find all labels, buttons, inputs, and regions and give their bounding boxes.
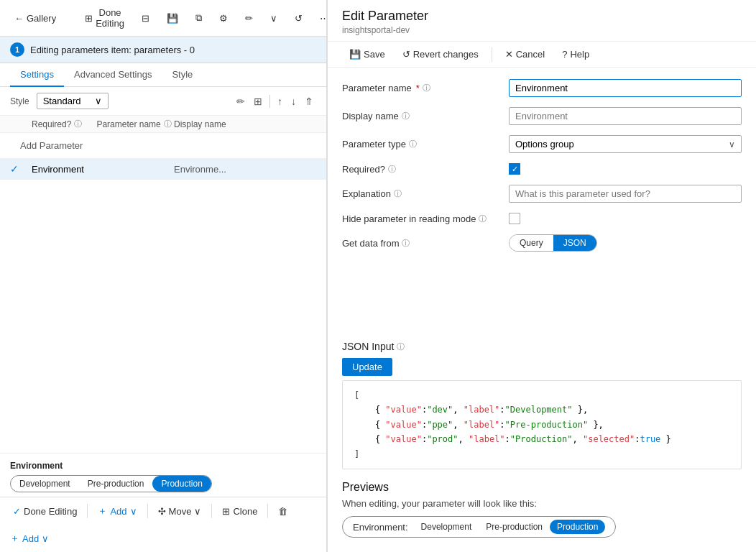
spacer xyxy=(0,180,326,453)
layout-button[interactable]: ⊟ xyxy=(136,10,155,27)
tab-style[interactable]: Style xyxy=(162,63,203,87)
get-data-label-text: Get data from xyxy=(342,238,399,249)
hide-reading-label: Hide parameter in reading mode ⓘ xyxy=(342,213,500,224)
cancel-icon: ✕ xyxy=(505,49,513,60)
bottom-clone-button[interactable]: ⊞ Clone xyxy=(216,503,263,520)
revert-button[interactable]: ↺ Revert changes xyxy=(395,46,486,63)
param-type-select[interactable]: Options group ∨ xyxy=(509,135,742,153)
style-value: Standard xyxy=(43,96,81,106)
required-row: Required? ⓘ ✓ xyxy=(342,163,742,175)
explanation-input[interactable] xyxy=(509,185,742,203)
display-name-label: Display name ⓘ xyxy=(342,111,500,121)
tab-advanced-settings[interactable]: Advanced Settings xyxy=(64,63,162,87)
table-row-0[interactable]: ✓ Environment Environme... xyxy=(0,159,326,180)
hide-reading-info-icon: ⓘ xyxy=(479,213,487,224)
check-icon-bottom: ✓ xyxy=(13,506,21,517)
param-type-value: Options group xyxy=(515,139,729,150)
param-name-label-text: Parameter name xyxy=(342,83,412,93)
refresh-button[interactable]: ↺ xyxy=(289,10,308,27)
get-data-json-button[interactable]: JSON xyxy=(553,235,596,251)
chevron-down-icon: ∨ xyxy=(270,13,277,24)
explanation-row: Explanation ⓘ xyxy=(342,185,742,203)
style-top-button[interactable]: ⇑ xyxy=(302,94,316,109)
th-required-info-icon: ⓘ xyxy=(74,119,82,129)
update-button[interactable]: Update xyxy=(342,358,392,376)
style-up-button[interactable]: ↑ xyxy=(275,94,285,109)
bottom-done-editing-label: Done Editing xyxy=(24,506,77,517)
env-option-development[interactable]: Development xyxy=(11,476,79,492)
param-type-label-text: Parameter type xyxy=(342,139,406,150)
get-data-query-button[interactable]: Query xyxy=(510,235,553,251)
copy-button[interactable]: ⧉ xyxy=(190,9,208,27)
json-title-info-icon: ⓘ xyxy=(397,341,405,352)
hide-reading-control xyxy=(509,213,742,224)
add-param-button[interactable]: Add Parameter xyxy=(10,136,93,155)
bottom-toolbar: ✓ Done Editing ＋ Add ∨ ✣ Move ∨ ⊞ Clone … xyxy=(0,497,326,525)
param-type-info-icon: ⓘ xyxy=(409,139,417,150)
bottom-done-editing-button[interactable]: ✓ Done Editing xyxy=(7,503,83,520)
param-name-input[interactable] xyxy=(509,79,742,97)
clone-icon: ⊞ xyxy=(222,506,230,517)
json-editor[interactable]: [ { "value":"dev", "label":"Development"… xyxy=(342,380,742,469)
save-button[interactable]: 💾 Save xyxy=(342,46,392,63)
save-label: Save xyxy=(364,49,385,60)
btm-sep-1 xyxy=(87,504,88,518)
display-name-input[interactable] xyxy=(509,107,742,125)
bottom-global-add-label: Add xyxy=(22,533,39,544)
done-editing-button[interactable]: ⊞ Done Editing xyxy=(79,4,130,32)
layout-icon: ⊟ xyxy=(142,13,149,24)
style-dropdown[interactable]: Standard ∨ xyxy=(37,93,109,109)
explanation-label-text: Explanation xyxy=(342,188,391,199)
json-input-title: JSON Input ⓘ xyxy=(342,341,742,352)
preview-opt-production[interactable]: Production xyxy=(550,520,605,534)
get-data-toggle-group: Query JSON xyxy=(509,234,597,252)
save-button[interactable]: 💾 xyxy=(161,10,184,27)
style-duplicate-button[interactable]: ⊞ xyxy=(251,94,265,109)
env-option-production[interactable]: Production xyxy=(152,476,211,492)
cancel-label: Cancel xyxy=(516,49,545,60)
pencil-button[interactable]: ✏ xyxy=(239,10,259,27)
hide-reading-checkbox[interactable] xyxy=(509,213,520,224)
save-icon-right: 💾 xyxy=(349,49,361,60)
revert-label: Revert changes xyxy=(413,49,479,60)
bottom-move-button[interactable]: ✣ Move ∨ xyxy=(152,503,208,520)
bottom-clone-label: Clone xyxy=(233,506,257,517)
display-name-info-icon: ⓘ xyxy=(402,111,410,121)
help-button[interactable]: ? Help xyxy=(555,46,596,63)
preview-opt-development[interactable]: Development xyxy=(414,520,479,534)
required-info-icon: ⓘ xyxy=(388,164,396,175)
display-name-label-text: Display name xyxy=(342,111,399,121)
add-param-row: Add Parameter xyxy=(0,133,326,159)
env-option-preproduction[interactable]: Pre-production xyxy=(79,476,153,492)
style-edit-button[interactable]: ✏ xyxy=(234,94,248,109)
bottom-add-button[interactable]: ＋ Add ∨ xyxy=(92,502,142,520)
gallery-button[interactable]: ← Gallery xyxy=(9,10,62,27)
refresh-icon: ↺ xyxy=(295,13,303,24)
tab-settings[interactable]: Settings xyxy=(10,63,64,87)
banner-text: Editing parameters item: parameters - 0 xyxy=(30,45,195,55)
get-data-row: Get data from ⓘ Query JSON xyxy=(342,234,742,252)
right-panel-title: Edit Parameter xyxy=(342,9,742,24)
right-panel: Edit Parameter insightsportal-dev 💾 Save… xyxy=(327,0,756,552)
required-checkbox[interactable]: ✓ xyxy=(509,163,520,175)
move-icon: ✣ xyxy=(158,506,166,517)
previews-section: Previews When editing, your parameter wi… xyxy=(328,481,756,552)
param-name-label: Parameter name * ⓘ xyxy=(342,83,500,93)
get-data-control: Query JSON xyxy=(509,234,742,252)
env-section: Environment Development Pre-production P… xyxy=(0,453,326,497)
required-star: * xyxy=(416,83,420,93)
style-down-button[interactable]: ↓ xyxy=(288,94,299,109)
preview-widget: Environment: Development Pre-production … xyxy=(342,516,616,538)
style-divider xyxy=(269,95,270,108)
param-type-control: Options group ∨ xyxy=(509,135,742,153)
preview-opt-preproduction[interactable]: Pre-production xyxy=(479,520,550,534)
cancel-button[interactable]: ✕ Cancel xyxy=(498,46,552,63)
help-label: Help xyxy=(570,49,589,60)
settings-button[interactable]: ⚙ xyxy=(213,10,234,27)
bottom-global-add-button[interactable]: ＋ Add ∨ xyxy=(10,532,49,545)
json-line-3: { "value":"prod", "label":"Production", … xyxy=(354,432,729,446)
tabs-row: Settings Advanced Settings Style xyxy=(0,63,326,87)
bottom-move-label: Move xyxy=(169,506,192,517)
chevron-down-button[interactable]: ∨ xyxy=(264,10,283,27)
bottom-delete-button[interactable]: 🗑 xyxy=(272,503,293,520)
